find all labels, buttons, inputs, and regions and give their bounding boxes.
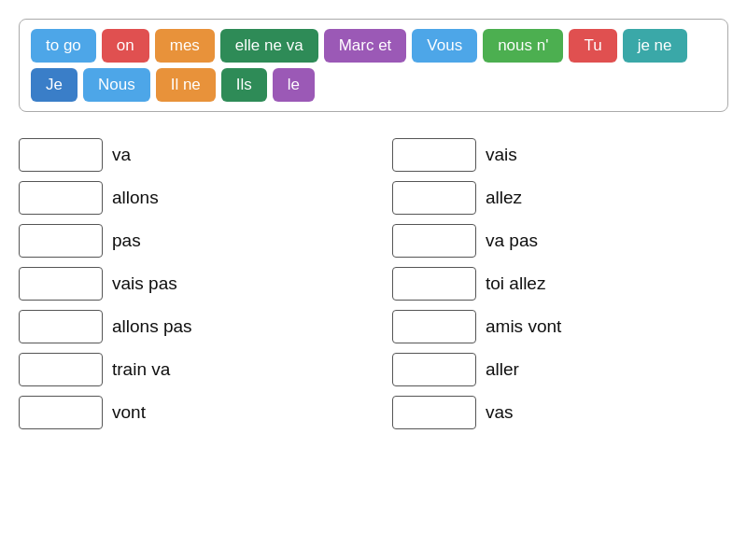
answer-left-2: pas [19,224,355,258]
suffix-left-3: vais pas [112,273,177,294]
word-chip-12[interactable]: Ils [221,68,267,102]
drop-box-left-5[interactable] [19,353,103,386]
drop-box-right-1[interactable] [392,181,476,215]
suffix-left-6: vont [112,402,146,423]
word-chip-7[interactable]: Tu [569,29,616,63]
word-chip-2[interactable]: mes [155,29,215,63]
suffix-right-6: vas [486,402,514,423]
drop-box-left-2[interactable] [19,224,103,258]
drop-box-right-2[interactable] [392,224,476,258]
drop-box-right-3[interactable] [392,267,476,301]
drop-box-left-6[interactable] [19,396,103,429]
answer-right-3: toi allez [392,267,728,301]
word-bank: to goonmeselle ne vaMarc etVousnous n'Tu… [19,19,728,112]
suffix-left-5: train va [112,359,170,380]
suffix-left-1: allons [112,188,159,208]
drop-box-left-3[interactable] [19,267,103,301]
drop-box-left-1[interactable] [19,181,103,215]
word-chip-10[interactable]: Nous [83,68,150,102]
answer-left-1: allons [19,181,355,215]
drop-box-right-5[interactable] [392,353,476,386]
suffix-right-1: allez [486,188,522,208]
word-chip-6[interactable]: nous n' [483,29,563,63]
word-chip-13[interactable]: le [273,68,315,102]
word-chip-0[interactable]: to go [31,29,96,63]
word-chip-3[interactable]: elle ne va [220,29,318,63]
drop-box-right-4[interactable] [392,310,476,343]
answer-left-6: vont [19,396,355,429]
word-chip-4[interactable]: Marc et [324,29,407,63]
drop-box-left-0[interactable] [19,138,103,172]
word-chip-9[interactable]: Je [31,68,78,102]
answer-right-2: va pas [392,224,728,258]
answer-right-4: amis vont [392,310,728,343]
suffix-left-4: allons pas [112,316,192,337]
suffix-left-0: va [112,145,131,165]
word-chip-5[interactable]: Vous [412,29,477,63]
drop-box-right-6[interactable] [392,396,476,429]
answer-left-5: train va [19,353,355,386]
answer-left-3: vais pas [19,267,355,301]
suffix-right-3: toi allez [486,273,545,294]
answer-left-0: va [19,138,355,172]
suffix-right-2: va pas [486,231,538,251]
answer-right-0: vais [392,138,728,172]
word-chip-8[interactable]: je ne [623,29,687,63]
suffix-left-2: pas [112,231,141,251]
answers-grid: vavaisallonsallezpasva pasvais pastoi al… [19,138,728,429]
word-chip-11[interactable]: Il ne [156,68,216,102]
answer-right-6: vas [392,396,728,429]
answer-right-5: aller [392,353,728,386]
suffix-right-4: amis vont [486,316,561,337]
drop-box-right-0[interactable] [392,138,476,172]
word-chip-1[interactable]: on [102,29,149,63]
suffix-right-5: aller [486,359,519,380]
suffix-right-0: vais [486,145,517,165]
answer-right-1: allez [392,181,728,215]
drop-box-left-4[interactable] [19,310,103,343]
answer-left-4: allons pas [19,310,355,343]
